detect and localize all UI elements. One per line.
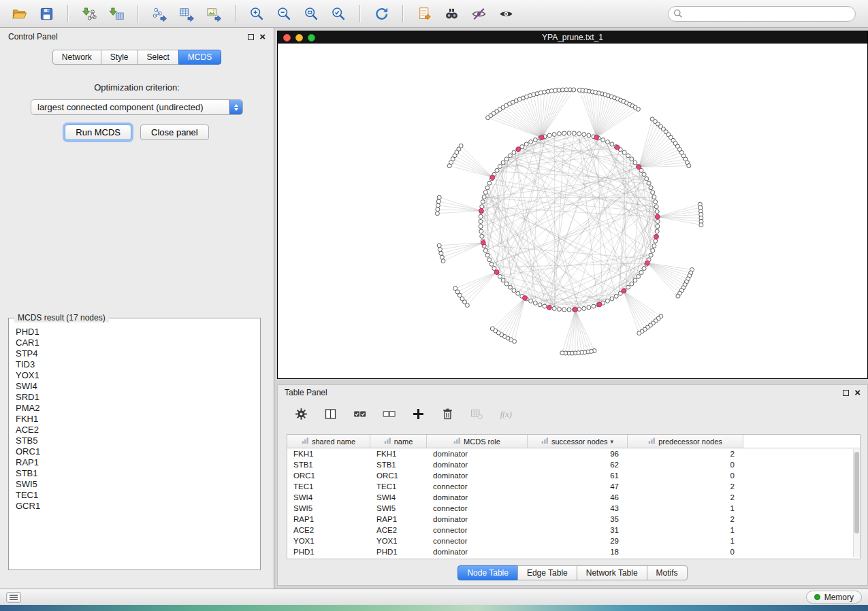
hamburger-menu-icon[interactable] bbox=[6, 592, 21, 603]
network-canvas[interactable] bbox=[278, 44, 867, 378]
deselect-all-icon[interactable] bbox=[378, 404, 400, 423]
mcds-result-item[interactable]: STB1 bbox=[16, 468, 253, 479]
table-row[interactable]: SWI5SWI5connector431 bbox=[287, 503, 860, 514]
zoom-selected-icon[interactable] bbox=[326, 3, 351, 24]
column-header-predecessor-nodes[interactable]: predecessor nodes bbox=[628, 435, 743, 448]
table-row[interactable]: ACE2ACE2connector311 bbox=[287, 525, 860, 535]
column-header-name[interactable]: name bbox=[370, 435, 427, 448]
column-visibility-icon[interactable] bbox=[319, 404, 341, 423]
criterion-dropdown-value: largest connected component (undirected) bbox=[37, 102, 204, 112]
tab-mcds[interactable]: MCDS bbox=[178, 50, 221, 65]
mcds-result-item[interactable]: SRD1 bbox=[16, 392, 253, 403]
zoom-out-icon[interactable] bbox=[272, 3, 296, 24]
cell-shared_name: ACE2 bbox=[287, 525, 370, 535]
tab-motifs[interactable]: Motifs bbox=[647, 565, 688, 580]
tab-network[interactable]: Network bbox=[52, 50, 101, 65]
cell-mcds_role: dominator bbox=[427, 470, 528, 481]
close-panel-icon[interactable]: × bbox=[259, 33, 266, 40]
function-builder-icon[interactable]: f(x) bbox=[495, 404, 517, 423]
cell-name: RAP1 bbox=[370, 514, 427, 525]
export-document-icon[interactable] bbox=[412, 3, 436, 24]
cell-shared_name: PHD1 bbox=[287, 546, 370, 557]
table-row[interactable]: YOX1YOX1connector291 bbox=[287, 535, 860, 546]
export-table-icon[interactable] bbox=[174, 3, 199, 24]
column-header-successor-nodes[interactable]: successor nodes▾ bbox=[528, 435, 628, 448]
toolbar-separator bbox=[402, 5, 403, 22]
table-row[interactable]: STB1STB1dominator620 bbox=[287, 459, 860, 470]
graphics-details-icon[interactable] bbox=[466, 3, 491, 24]
table-sort-icon bbox=[302, 437, 309, 446]
mcds-result-item[interactable]: CAR1 bbox=[16, 337, 253, 348]
delete-table-icon[interactable] bbox=[466, 404, 487, 423]
tab-network-table[interactable]: Network Table bbox=[577, 565, 647, 580]
tab-style[interactable]: Style bbox=[101, 50, 138, 65]
cell-shared_name: SWI5 bbox=[287, 503, 370, 514]
criterion-dropdown[interactable]: largest connected component (undirected) bbox=[31, 99, 243, 115]
open-file-icon[interactable] bbox=[7, 3, 31, 24]
select-all-icon[interactable] bbox=[349, 404, 370, 423]
mcds-result-item[interactable]: YOX1 bbox=[16, 370, 253, 381]
close-table-panel-icon[interactable]: × bbox=[854, 389, 861, 396]
table-scrollbar-thumb[interactable] bbox=[854, 452, 859, 533]
save-icon[interactable] bbox=[34, 3, 59, 24]
import-table-icon[interactable] bbox=[104, 3, 129, 24]
cell-successor_nodes: 46 bbox=[528, 492, 628, 503]
memory-button[interactable]: Memory bbox=[806, 591, 862, 604]
mcds-result-item[interactable]: STP4 bbox=[16, 348, 253, 359]
network-graph[interactable] bbox=[278, 44, 867, 378]
table-row[interactable]: FKH1FKH1dominator962 bbox=[287, 448, 860, 459]
table-body: FKH1FKH1dominator962STB1STB1dominator620… bbox=[287, 448, 860, 559]
table-scrollbar[interactable] bbox=[853, 449, 860, 557]
zoom-fit-icon[interactable] bbox=[299, 3, 323, 24]
find-icon[interactable] bbox=[439, 3, 464, 24]
table-row[interactable]: TEC1TEC1connector472 bbox=[287, 481, 860, 492]
tab-select[interactable]: Select bbox=[138, 50, 179, 65]
export-network-icon[interactable] bbox=[147, 3, 172, 24]
show-hide-icon[interactable] bbox=[494, 3, 518, 24]
add-column-icon[interactable] bbox=[407, 404, 429, 423]
network-window-titlebar[interactable]: YPA_prune.txt_1 bbox=[278, 31, 867, 44]
mcds-result-item[interactable]: GCR1 bbox=[16, 501, 253, 512]
tab-node-table[interactable]: Node Table bbox=[457, 565, 518, 580]
mcds-result-item[interactable]: PMA2 bbox=[16, 403, 253, 414]
import-network-icon[interactable] bbox=[77, 3, 101, 24]
table-row[interactable]: PHD1PHD1dominator180 bbox=[287, 546, 860, 557]
mcds-result-item[interactable]: SWI5 bbox=[16, 479, 253, 490]
export-image-icon[interactable] bbox=[202, 3, 226, 24]
mcds-result-item[interactable]: ACE2 bbox=[16, 425, 253, 435]
close-panel-button[interactable]: Close panel bbox=[140, 125, 209, 140]
column-header-mcds-role[interactable]: MCDS role bbox=[427, 435, 528, 448]
cell-mcds_role: connector bbox=[427, 535, 528, 546]
run-mcds-button[interactable]: Run MCDS bbox=[65, 125, 131, 140]
table-panel-header: Table Panel × bbox=[278, 385, 867, 400]
mcds-result-item[interactable]: STB5 bbox=[16, 435, 253, 446]
column-header-shared-name[interactable]: shared name bbox=[287, 435, 370, 448]
search-input[interactable] bbox=[668, 6, 856, 22]
cell-predecessor_nodes: 0 bbox=[628, 470, 743, 481]
mcds-result-list[interactable]: PHD1CAR1STP4TID3YOX1SWI4SRD1PMA2FKH1ACE2… bbox=[9, 318, 260, 569]
table-row[interactable]: SWI4SWI4dominator462 bbox=[287, 492, 860, 503]
table-options-gear-icon[interactable] bbox=[290, 404, 312, 423]
control-panel-header: Control Panel × bbox=[0, 28, 274, 46]
tab-edge-table[interactable]: Edge Table bbox=[517, 565, 577, 580]
float-table-panel-icon[interactable] bbox=[843, 390, 849, 396]
refresh-icon[interactable] bbox=[369, 3, 393, 24]
float-panel-icon[interactable] bbox=[248, 34, 254, 40]
mcds-result-item[interactable]: ORC1 bbox=[16, 446, 253, 457]
optimization-criterion-label: Optimization criterion: bbox=[0, 82, 274, 93]
zoom-in-icon[interactable] bbox=[244, 3, 269, 24]
delete-column-icon[interactable] bbox=[436, 404, 458, 423]
sort-caret-icon: ▾ bbox=[611, 438, 614, 445]
table-toolbar: f(x) bbox=[278, 400, 867, 427]
main-toolbar bbox=[0, 0, 868, 28]
mcds-result-item[interactable]: PHD1 bbox=[16, 327, 253, 337]
mcds-result-item[interactable]: TID3 bbox=[16, 359, 253, 370]
mcds-result-item[interactable]: SWI4 bbox=[16, 381, 253, 392]
mcds-result-item[interactable]: RAP1 bbox=[16, 457, 253, 468]
table-row[interactable]: ORC1ORC1dominator610 bbox=[287, 470, 860, 481]
search-box[interactable] bbox=[668, 6, 856, 22]
mcds-result-item[interactable]: FKH1 bbox=[16, 414, 253, 425]
table-sort-icon bbox=[384, 437, 391, 446]
mcds-result-item[interactable]: TEC1 bbox=[16, 490, 253, 501]
table-row[interactable]: RAP1RAP1dominator352 bbox=[287, 514, 860, 525]
